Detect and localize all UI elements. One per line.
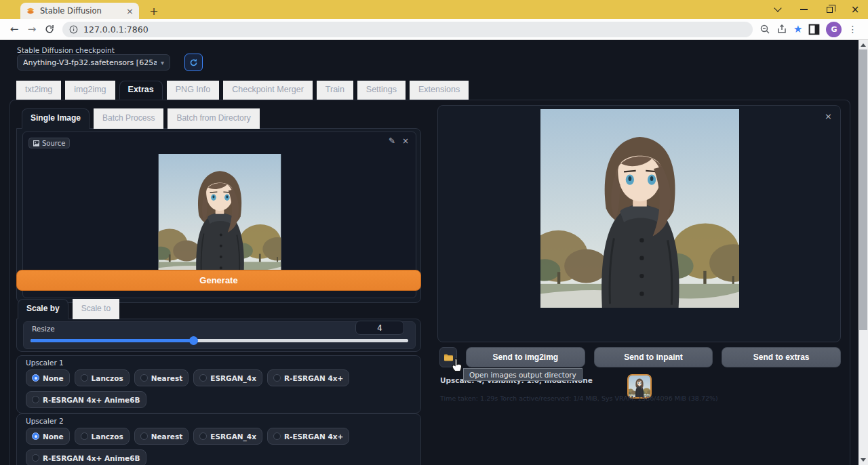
source-image[interactable] [158, 154, 281, 277]
window-restore-button[interactable] [816, 0, 842, 19]
radio-icon [199, 374, 207, 382]
resize-slider[interactable] [31, 339, 408, 342]
extras-tab-bar: Single ImageBatch ProcessBatch from Dire… [22, 108, 260, 129]
reload-icon [45, 24, 54, 34]
stable-diffusion-webui: Stable Diffusion checkpoint Anything-V3-… [0, 40, 868, 465]
main-tab[interactable]: Extras [119, 81, 163, 100]
send-button[interactable]: Send to inpaint [594, 347, 713, 367]
restore-icon [827, 7, 833, 13]
radio-icon [140, 432, 148, 440]
radio-icon [81, 374, 88, 382]
refresh-icon [189, 58, 198, 67]
checkpoint-label: Stable Diffusion checkpoint [17, 46, 115, 54]
main-tab[interactable]: PNG Info [167, 81, 219, 100]
radio-icon [140, 374, 148, 382]
upscaler-option[interactable]: Nearest [134, 369, 189, 386]
upscaler-option[interactable]: None [26, 369, 70, 386]
resize-block: Resize 4 [23, 321, 416, 349]
radio-icon [81, 432, 88, 440]
scrollbar-thumb[interactable] [859, 49, 867, 330]
upscaler2-label: Upscaler 2 [26, 417, 64, 425]
upscaler-option[interactable]: Lanczos [75, 369, 130, 386]
clear-image-icon[interactable]: × [402, 136, 409, 146]
radio-icon [273, 432, 281, 440]
upscaler1-block: Upscaler 1 NoneLanczosNearestESRGAN_4xR-… [16, 355, 421, 413]
upscaler1-label: Upscaler 1 [26, 359, 64, 367]
back-button[interactable]: ← [5, 23, 23, 35]
scale-by-panel: Resize 4 [16, 319, 421, 352]
radio-icon [199, 432, 207, 440]
scroll-up-icon[interactable] [861, 43, 866, 47]
radio-icon [32, 432, 39, 440]
extras-tab[interactable]: Batch Process [94, 108, 163, 129]
output-actions-row: Send to img2imgSend to inpaintSend to ex… [439, 347, 841, 367]
chevron-down-icon [774, 4, 781, 12]
upscaler2-block: Upscaler 2 NoneLanczosNearestESRGAN_4xR-… [16, 413, 421, 465]
new-tab-button[interactable]: + [146, 3, 161, 18]
result-image[interactable] [540, 109, 739, 308]
window-chevron-button[interactable] [765, 0, 791, 19]
forward-button[interactable]: → [23, 23, 41, 35]
side-panel-icon[interactable] [808, 24, 820, 35]
main-tab[interactable]: Extensions [410, 81, 469, 100]
resize-slider-fill [31, 339, 193, 342]
result-gallery-panel: × [437, 105, 841, 342]
main-tab[interactable]: Train [317, 81, 353, 100]
window-close-button[interactable]: × [842, 0, 868, 19]
upscaler-option[interactable]: ESRGAN_4x [193, 428, 262, 445]
upscaler-option[interactable]: R-ESRGAN 4x+ Anime6B [26, 449, 146, 465]
window-minimize-button[interactable] [791, 0, 816, 19]
extras-tab[interactable]: Batch from Directory [167, 108, 259, 129]
main-tab[interactable]: Checkpoint Merger [223, 81, 313, 100]
upscaler-option[interactable]: R-ESRGAN 4x+ Anime6B [26, 391, 146, 408]
checkpoint-value: Anything-V3-fp32.safetensors [625a2ba2] [23, 58, 157, 67]
checkpoint-dropdown[interactable]: Anything-V3-fp32.safetensors [625a2ba2] … [17, 54, 170, 70]
site-info-icon[interactable] [69, 25, 78, 34]
tab-close-icon[interactable]: × [126, 7, 134, 16]
bookmark-star-icon[interactable]: ★ [793, 23, 802, 35]
edit-image-icon[interactable]: ✎ [389, 136, 395, 146]
url-bar[interactable]: 127.0.0.1:7860 [62, 22, 753, 37]
window-controls: × [765, 0, 868, 19]
upscaler-option[interactable]: ESRGAN_4x [193, 369, 262, 386]
send-button[interactable]: Send to extras [722, 347, 841, 367]
resize-label: Resize [32, 325, 55, 333]
main-tab[interactable]: img2img [65, 81, 115, 100]
scale-tab[interactable]: Scale to [73, 299, 119, 319]
browser-tab[interactable]: Stable Diffusion × [20, 3, 139, 19]
main-tab[interactable]: Settings [357, 81, 406, 100]
dropzone-actions: ✎ × [389, 136, 409, 146]
scroll-down-icon[interactable] [861, 458, 866, 462]
share-icon[interactable] [776, 24, 787, 35]
send-button[interactable]: Send to img2img [466, 347, 585, 367]
resize-slider-thumb[interactable] [189, 336, 198, 345]
upscaler-option[interactable]: Nearest [134, 428, 189, 445]
folder-tooltip: Open images output directory [463, 368, 583, 381]
browser-tab-strip: Stable Diffusion × + × [0, 0, 868, 19]
reload-button[interactable] [41, 24, 58, 34]
profile-avatar[interactable]: G [826, 22, 842, 37]
stable-diffusion-favicon [26, 6, 35, 16]
browser-menu-icon[interactable]: ⋮ [848, 24, 857, 35]
source-chip-label: Source [42, 140, 65, 147]
gallery-close-icon[interactable]: × [825, 111, 832, 121]
upscaler-option[interactable]: Lanczos [75, 428, 130, 445]
upscaler-option[interactable]: R-ESRGAN 4x+ [267, 428, 349, 445]
main-tab-bar: txt2imgimg2imgExtrasPNG InfoCheckpoint M… [16, 81, 469, 100]
generate-button[interactable]: Generate [16, 270, 421, 291]
upscaler-option[interactable]: None [26, 428, 70, 445]
scale-tab[interactable]: Scale by [18, 299, 68, 319]
main-tab[interactable]: txt2img [16, 81, 61, 100]
radio-icon [32, 374, 39, 382]
resize-value-input[interactable]: 4 [355, 321, 404, 335]
performance-info-text: Time taken: 1.29s Torch active/reserved:… [440, 395, 718, 402]
upscaler-option[interactable]: R-ESRGAN 4x+ [267, 369, 349, 386]
browser-tab-title: Stable Diffusion [40, 6, 121, 16]
dropdown-chevron-icon: ▾ [161, 59, 164, 66]
toolbar-actions: ★ G ⋮ [760, 22, 857, 37]
page-scrollbar[interactable] [859, 40, 868, 465]
zoom-icon[interactable] [760, 24, 770, 35]
extras-tab[interactable]: Single Image [22, 108, 90, 129]
refresh-checkpoint-button[interactable] [184, 54, 203, 71]
send-buttons: Send to img2imgSend to inpaintSend to ex… [466, 347, 841, 367]
